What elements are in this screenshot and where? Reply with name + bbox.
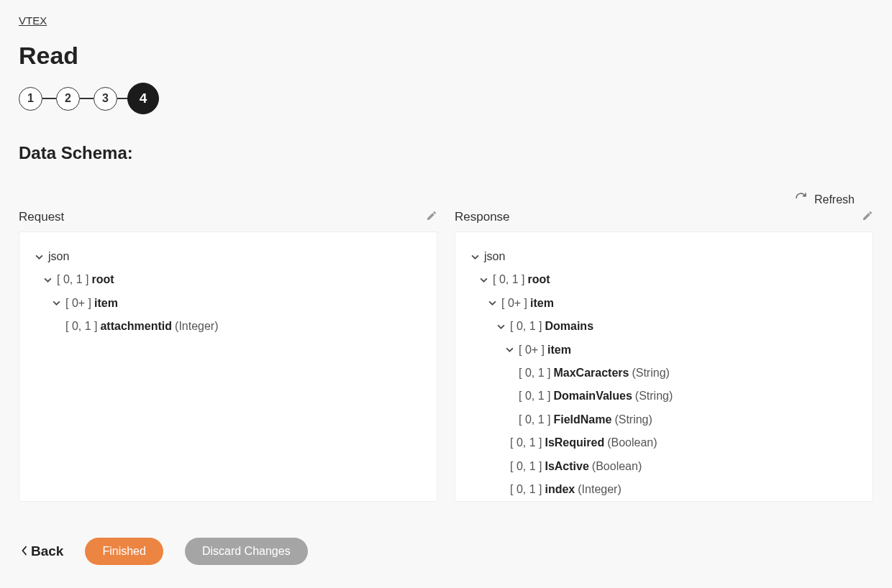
chevron-down-icon[interactable] [496, 323, 506, 331]
tree-type: (String) [614, 412, 652, 428]
tree-cardinality: [ 0, 1 ] [57, 272, 88, 288]
tree-cardinality: [ 0, 1 ] [510, 459, 542, 474]
chevron-down-icon[interactable] [504, 346, 514, 354]
tree-cardinality: [ 0, 1 ] [519, 365, 550, 381]
refresh-button[interactable]: Refresh [795, 192, 855, 207]
step-connector [117, 98, 127, 99]
tree-node-json[interactable]: json [34, 245, 422, 268]
tree-type: (Boolean) [592, 459, 642, 474]
tree-name: root [527, 272, 550, 288]
request-title: Request [19, 210, 64, 224]
tree-cardinality: [ 0+ ] [501, 295, 527, 311]
tree-name: item [94, 295, 118, 311]
chevron-down-icon[interactable] [478, 276, 488, 284]
tree-cardinality: [ 0, 1 ] [519, 412, 550, 428]
wizard-stepper: 1 2 3 4 [19, 83, 873, 114]
tree-type: (Integer) [175, 318, 218, 334]
tree-type: (Boolean) [607, 435, 657, 451]
chevron-left-icon [22, 543, 28, 559]
tree-name: DomainValues [553, 388, 632, 404]
section-heading-data-schema: Data Schema: [19, 143, 873, 163]
chevron-down-icon[interactable] [34, 253, 44, 261]
response-column: Response json [ 0, 1 ] root [ 0+ ] [455, 210, 873, 502]
tree-type: (String) [635, 388, 673, 404]
tree-name: Domains [545, 318, 593, 334]
edit-request-button[interactable] [426, 210, 437, 224]
step-connector [42, 98, 56, 99]
tree-name: attachmentid [100, 318, 172, 334]
tree-name: root [91, 272, 114, 288]
tree-node-root[interactable]: [ 0, 1 ] root [34, 268, 422, 291]
tree-cardinality: [ 0, 1 ] [510, 318, 542, 334]
tree-cardinality: [ 0, 1 ] [493, 272, 524, 288]
refresh-icon [795, 192, 807, 207]
tree-node-domains-item[interactable]: [ 0+ ] item [470, 339, 858, 362]
tree-label: json [48, 249, 69, 265]
tree-node-item[interactable]: [ 0+ ] item [34, 292, 422, 315]
breadcrumb-vtex[interactable]: VTEX [19, 14, 47, 27]
tree-cardinality: [ 0+ ] [519, 342, 545, 358]
step-connector [80, 98, 94, 99]
tree-name: IsRequired [545, 435, 604, 451]
tree-node-maxcaracters[interactable]: [ 0, 1 ] MaxCaracters (String) [470, 362, 858, 385]
step-1[interactable]: 1 [19, 87, 42, 111]
tree-node-root[interactable]: [ 0, 1 ] root [470, 268, 858, 291]
tree-node-json[interactable]: json [470, 245, 858, 268]
tree-node-index[interactable]: [ 0, 1 ] index (Integer) [470, 478, 858, 501]
response-panel: json [ 0, 1 ] root [ 0+ ] item [ 0, 1 ] … [455, 231, 873, 502]
tree-cardinality: [ 0, 1 ] [519, 388, 550, 404]
tree-cardinality: [ 0, 1 ] [510, 435, 542, 451]
tree-name: index [545, 482, 575, 497]
back-label: Back [31, 543, 63, 559]
tree-type: (Integer) [578, 482, 621, 497]
response-title: Response [455, 210, 510, 224]
tree-node-domainvalues[interactable]: [ 0, 1 ] DomainValues (String) [470, 385, 858, 408]
tree-name: item [530, 295, 554, 311]
step-3[interactable]: 3 [94, 87, 117, 111]
tree-node-fieldname[interactable]: [ 0, 1 ] FieldName (String) [470, 408, 858, 431]
request-panel: json [ 0, 1 ] root [ 0+ ] item [ 0, 1 ] … [19, 231, 437, 502]
request-column: Request json [ 0, 1 ] root [ 0+ ] [19, 210, 437, 502]
tree-cardinality: [ 0+ ] [65, 295, 91, 311]
tree-name: IsActive [545, 459, 588, 474]
tree-cardinality: [ 0, 1 ] [510, 482, 542, 497]
chevron-down-icon[interactable] [51, 299, 61, 307]
tree-node-item[interactable]: [ 0+ ] item [470, 292, 858, 315]
tree-node-domains[interactable]: [ 0, 1 ] Domains [470, 315, 858, 338]
tree-label: json [484, 249, 505, 265]
tree-type: (String) [632, 365, 669, 381]
tree-name: FieldName [553, 412, 611, 428]
tree-name: item [547, 342, 571, 358]
chevron-down-icon[interactable] [470, 253, 480, 261]
tree-name: MaxCaracters [553, 365, 629, 381]
tree-node-attachmentid[interactable]: [ 0, 1 ] attachmentid (Integer) [34, 315, 422, 338]
chevron-down-icon[interactable] [487, 299, 497, 307]
discard-changes-button[interactable]: Discard Changes [185, 538, 308, 565]
page-title: Read [19, 42, 873, 70]
refresh-label: Refresh [814, 193, 855, 206]
tree-node-isrequired[interactable]: [ 0, 1 ] IsRequired (Boolean) [470, 431, 858, 454]
finished-button[interactable]: Finished [85, 538, 163, 565]
step-2[interactable]: 2 [56, 87, 80, 111]
tree-cardinality: [ 0, 1 ] [65, 318, 97, 334]
edit-response-button[interactable] [862, 210, 873, 224]
tree-node-isactive[interactable]: [ 0, 1 ] IsActive (Boolean) [470, 455, 858, 478]
chevron-down-icon[interactable] [42, 276, 53, 284]
step-4[interactable]: 4 [127, 83, 159, 114]
back-button[interactable]: Back [22, 543, 63, 559]
